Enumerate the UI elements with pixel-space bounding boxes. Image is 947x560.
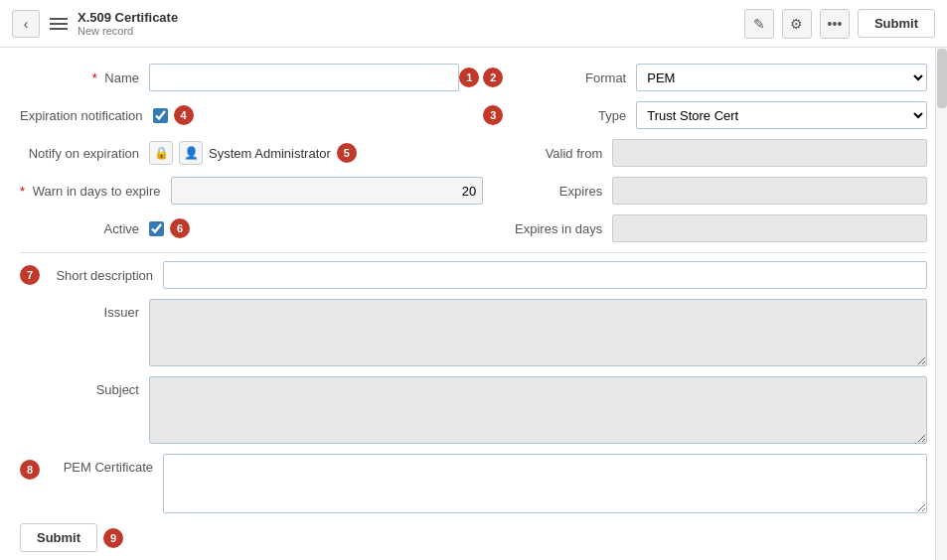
issuer-label: Issuer — [20, 299, 149, 320]
left-warn: * Warn in days to expire — [20, 177, 483, 205]
expiration-label: Expiration notification — [20, 108, 153, 123]
right-validfrom: Valid from — [483, 139, 927, 167]
back-button[interactable]: ‹ — [12, 10, 40, 38]
expiration-badge: 4 — [174, 105, 194, 125]
left-active: Active 6 — [20, 218, 483, 238]
row-name-format: * Name 1 2 Format PEM DER PKCS#12 — [20, 64, 927, 91]
pem-textarea[interactable] — [163, 454, 927, 513]
short-desc-label: Short description — [44, 268, 163, 283]
notify-lock-icon[interactable]: 🔒 — [149, 141, 173, 165]
notify-label: Notify on expiration — [20, 146, 149, 161]
expires-label: Expires — [483, 184, 612, 199]
pencil-icon-button[interactable]: ✎ — [744, 9, 774, 39]
name-badge: 1 — [459, 68, 479, 87]
header-title: X.509 Certificate New record — [78, 10, 178, 37]
form-container: * Name 1 2 Format PEM DER PKCS#12 Expira… — [0, 48, 947, 560]
app-header: ‹ X.509 Certificate New record ✎ ⚙ ••• S… — [0, 0, 947, 48]
form-submit-button[interactable]: Submit — [20, 523, 97, 552]
header-left: ‹ X.509 Certificate New record — [12, 10, 178, 38]
more-icon-button[interactable]: ••• — [820, 9, 850, 39]
warn-label: * Warn in days to expire — [20, 184, 171, 199]
submit-badge: 9 — [103, 528, 123, 548]
type-label: Type — [507, 108, 636, 123]
active-label: Active — [20, 221, 149, 236]
menu-icon[interactable] — [50, 18, 68, 30]
right-expires: Expires — [483, 177, 927, 205]
row-notify-validfrom: Notify on expiration 🔒 👤 System Administ… — [20, 139, 927, 167]
row-subject: Subject — [20, 376, 927, 444]
row-issuer: Issuer — [20, 299, 927, 366]
format-label: Format — [507, 70, 636, 85]
row-warn-expires: * Warn in days to expire Expires — [20, 177, 927, 205]
pem-label: PEM Certificate — [44, 454, 163, 475]
active-checkbox[interactable] — [149, 221, 164, 236]
type-select[interactable]: Trust Store Cert Client Auth Server Auth — [636, 101, 927, 129]
expires-days-label: Expires in days — [483, 221, 612, 236]
header-right: ✎ ⚙ ••• Submit — [744, 9, 935, 39]
name-label: * Name — [20, 70, 149, 85]
issuer-textarea[interactable] — [149, 299, 927, 366]
page-subtitle: New record — [78, 25, 178, 37]
header-submit-button[interactable]: Submit — [858, 9, 935, 38]
active-badge: 6 — [170, 218, 190, 238]
notify-user-text: System Administrator — [209, 146, 331, 161]
subject-textarea[interactable] — [149, 376, 927, 444]
format-select[interactable]: PEM DER PKCS#12 — [636, 64, 927, 91]
notify-user-icon[interactable]: 👤 — [179, 141, 203, 165]
right-format: 2 Format PEM DER PKCS#12 — [483, 64, 927, 91]
required-star: * — [92, 70, 97, 85]
left-name: * Name 1 — [20, 64, 483, 91]
notify-badge: 5 — [337, 143, 357, 163]
valid-from-label: Valid from — [483, 146, 612, 161]
left-expiration: Expiration notification 4 — [20, 105, 483, 125]
expiration-checkbox-wrap — [153, 108, 168, 123]
left-notify: Notify on expiration 🔒 👤 System Administ… — [20, 141, 483, 165]
row-short-desc: 7 Short description — [20, 261, 927, 289]
expires-days-input — [612, 214, 927, 242]
subject-label: Subject — [20, 376, 149, 397]
row-submit: Submit 9 — [20, 523, 927, 552]
right-expiredays: Expires in days — [483, 214, 927, 242]
type-badge: 3 — [483, 105, 503, 125]
row-active-expiredays: Active 6 Expires in days — [20, 214, 927, 242]
active-checkbox-wrap — [149, 221, 164, 236]
name-input[interactable] — [149, 64, 459, 91]
valid-from-input — [612, 139, 927, 167]
warn-star: * — [20, 184, 25, 199]
row-pem: 8 PEM Certificate — [20, 454, 927, 513]
short-desc-badge: 7 — [20, 265, 40, 285]
scrollbar-thumb[interactable] — [937, 49, 947, 108]
format-badge: 2 — [483, 68, 503, 87]
pem-badge: 8 — [20, 460, 40, 480]
row-expiration-type: Expiration notification 4 3 Type Trust S… — [20, 101, 927, 129]
right-type: 3 Type Trust Store Cert Client Auth Serv… — [483, 101, 927, 129]
expiration-checkbox[interactable] — [153, 108, 168, 123]
short-desc-input[interactable] — [163, 261, 927, 289]
expires-input — [612, 177, 927, 205]
sliders-icon-button[interactable]: ⚙ — [782, 9, 812, 39]
notify-wrap: 🔒 👤 System Administrator 5 — [149, 141, 483, 165]
warn-input[interactable] — [171, 177, 484, 205]
scrollbar-track — [935, 48, 947, 560]
divider-1 — [20, 252, 927, 253]
page-title: X.509 Certificate — [78, 10, 178, 25]
